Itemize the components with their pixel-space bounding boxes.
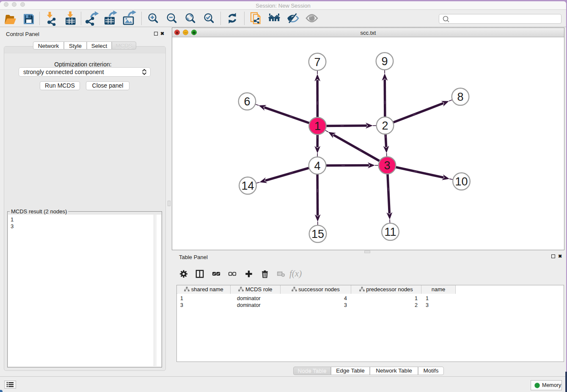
svg-text:14: 14 xyxy=(241,179,254,192)
svg-text:10: 10 xyxy=(455,175,468,188)
svg-text:3: 3 xyxy=(384,159,390,172)
svg-text:11: 11 xyxy=(384,226,396,238)
svg-text:7: 7 xyxy=(314,56,320,69)
svg-text:8: 8 xyxy=(457,91,463,103)
svg-text:1: 1 xyxy=(314,120,321,133)
svg-text:15: 15 xyxy=(311,228,324,240)
svg-text:9: 9 xyxy=(381,55,388,68)
svg-text:4: 4 xyxy=(314,160,320,172)
svg-text:6: 6 xyxy=(244,95,250,108)
svg-text:2: 2 xyxy=(382,119,388,132)
